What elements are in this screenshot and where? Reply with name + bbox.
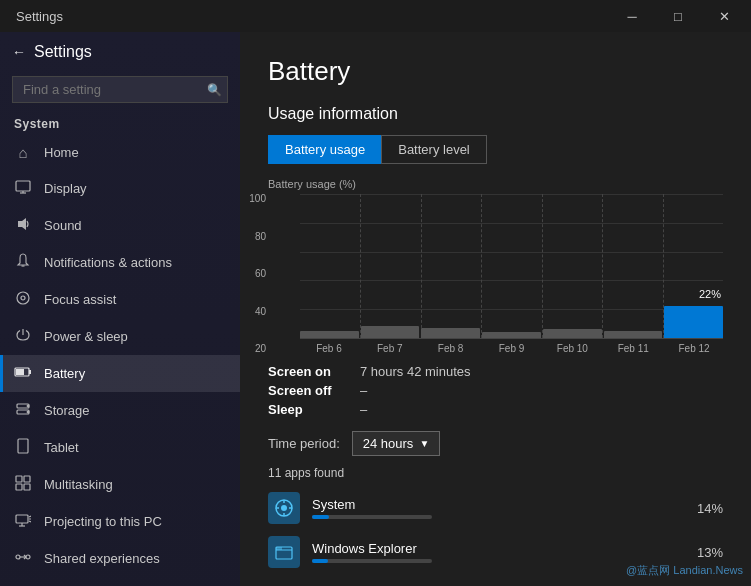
- sleep-row: Sleep –: [268, 402, 723, 417]
- sidebar-item-clipboard[interactable]: Clipboard: [0, 577, 240, 586]
- sidebar-title: Settings: [34, 43, 92, 61]
- power-icon: [14, 327, 32, 346]
- sidebar-item-shared[interactable]: Shared experiences: [0, 540, 240, 577]
- app-bar-fill-system: [312, 515, 329, 519]
- svg-rect-19: [16, 484, 22, 490]
- screen-off-value: –: [360, 383, 367, 398]
- time-period-value: 24 hours: [363, 436, 414, 451]
- chart-bar-6: 22%: [664, 306, 723, 338]
- sidebar-item-label: Projecting to this PC: [44, 514, 162, 529]
- svg-point-6: [21, 296, 25, 300]
- sleep-label: Sleep: [268, 402, 348, 417]
- close-button[interactable]: ✕: [701, 0, 747, 32]
- system-section-label: System: [0, 111, 240, 135]
- sidebar-item-label: Home: [44, 145, 79, 160]
- explorer-icon: [274, 542, 294, 562]
- sleep-value: –: [360, 402, 367, 417]
- app-name-system: System: [312, 497, 679, 512]
- svg-point-27: [16, 555, 20, 559]
- apps-found-label: 11 apps found: [268, 466, 723, 480]
- chart-bar-3: [482, 332, 541, 338]
- search-input[interactable]: [12, 76, 228, 103]
- chart-bar-0: [300, 331, 359, 338]
- sidebar-item-storage[interactable]: Storage: [0, 392, 240, 429]
- sidebar-item-label: Multitasking: [44, 477, 113, 492]
- sidebar-item-label: Display: [44, 181, 87, 196]
- chart-bar-group-6: 22%: [664, 194, 723, 338]
- x-label-feb10: Feb 10: [543, 343, 601, 354]
- svg-rect-0: [16, 181, 30, 191]
- tab-battery-level[interactable]: Battery level: [381, 135, 487, 164]
- multitasking-icon: [14, 475, 32, 494]
- chart-bar-group-3: [482, 194, 541, 338]
- screen-on-value: 7 hours 42 minutes: [360, 364, 471, 379]
- svg-rect-20: [24, 484, 30, 490]
- y-tick-20: 20: [240, 344, 266, 354]
- tabs-row: Battery usage Battery level: [268, 135, 723, 164]
- titlebar: Settings ─ □ ✕: [0, 0, 751, 32]
- screen-off-row: Screen off –: [268, 383, 723, 398]
- tablet-icon: [14, 438, 32, 457]
- time-period-select[interactable]: 24 hours ▼: [352, 431, 441, 456]
- sidebar-item-focus[interactable]: Focus assist: [0, 281, 240, 318]
- shared-icon: [14, 549, 32, 568]
- sidebar-item-label: Shared experiences: [44, 551, 160, 566]
- y-axis: 100 80 60 40 20: [240, 194, 266, 354]
- bar-pct-label-6: 22%: [699, 288, 721, 300]
- sidebar-item-sound[interactable]: Sound: [0, 207, 240, 244]
- y-tick-100: 100: [240, 194, 266, 204]
- chart-y-label: Battery usage (%): [268, 178, 723, 190]
- system-icon: [274, 498, 294, 518]
- watermark: @蓝点网 Landian.News: [626, 563, 743, 578]
- minimize-button[interactable]: ─: [609, 0, 655, 32]
- sidebar-item-label: Notifications & actions: [44, 255, 172, 270]
- sidebar-item-label: Power & sleep: [44, 329, 128, 344]
- chart-bar-2: [421, 328, 480, 338]
- chart-bar-4: [543, 329, 602, 338]
- svg-line-26: [29, 521, 31, 522]
- projecting-icon: [14, 512, 32, 531]
- sidebar-item-label: Sound: [44, 218, 82, 233]
- sidebar-item-projecting[interactable]: Projecting to this PC: [0, 503, 240, 540]
- svg-point-13: [27, 405, 29, 407]
- sidebar-item-display[interactable]: Display: [0, 170, 240, 207]
- chart-bar-5: [604, 331, 663, 338]
- chart-bar-group-0: [300, 194, 359, 338]
- app-item-system: System 14%: [268, 492, 723, 524]
- svg-point-28: [26, 555, 30, 559]
- chart-bar-group-2: [421, 194, 480, 338]
- sidebar-item-tablet[interactable]: Tablet: [0, 429, 240, 466]
- search-icon: 🔍: [207, 83, 222, 97]
- x-labels: Feb 6 Feb 7 Feb 8 Feb 9 Feb 10 Feb 11 Fe…: [300, 343, 723, 354]
- sidebar-item-power[interactable]: Power & sleep: [0, 318, 240, 355]
- chevron-down-icon: ▼: [419, 438, 429, 449]
- app-pct-system: 14%: [691, 501, 723, 516]
- sidebar-item-label: Tablet: [44, 440, 79, 455]
- x-label-feb12: Feb 12: [665, 343, 723, 354]
- battery-icon: [14, 364, 32, 383]
- x-label-feb9: Feb 9: [483, 343, 541, 354]
- chart-bar-group-4: [543, 194, 602, 338]
- chart-bars: 22%: [300, 194, 723, 339]
- tab-battery-usage[interactable]: Battery usage: [268, 135, 381, 164]
- sidebar-item-notifications[interactable]: Notifications & actions: [0, 244, 240, 281]
- chart-bar-group-1: [361, 194, 420, 338]
- svg-rect-41: [276, 547, 282, 550]
- y-tick-40: 40: [240, 307, 266, 317]
- chart-container: Battery usage (%) 100 80 60 40 20: [268, 178, 723, 354]
- x-label-feb6: Feb 6: [300, 343, 358, 354]
- sidebar-item-multitasking[interactable]: Multitasking: [0, 466, 240, 503]
- app-info-explorer: Windows Explorer: [312, 541, 679, 563]
- y-tick-60: 60: [240, 269, 266, 279]
- y-tick-80: 80: [240, 232, 266, 242]
- storage-icon: [14, 401, 32, 420]
- sidebar-item-home[interactable]: ⌂ Home: [0, 135, 240, 170]
- maximize-button[interactable]: □: [655, 0, 701, 32]
- page-title: Battery: [268, 56, 723, 87]
- back-button[interactable]: ←: [12, 44, 26, 60]
- window-title: Settings: [4, 9, 609, 24]
- svg-rect-10: [16, 369, 24, 375]
- sidebar-item-battery[interactable]: Battery: [0, 355, 240, 392]
- svg-rect-18: [24, 476, 30, 482]
- main-content: Battery Usage information Battery usage …: [240, 32, 751, 586]
